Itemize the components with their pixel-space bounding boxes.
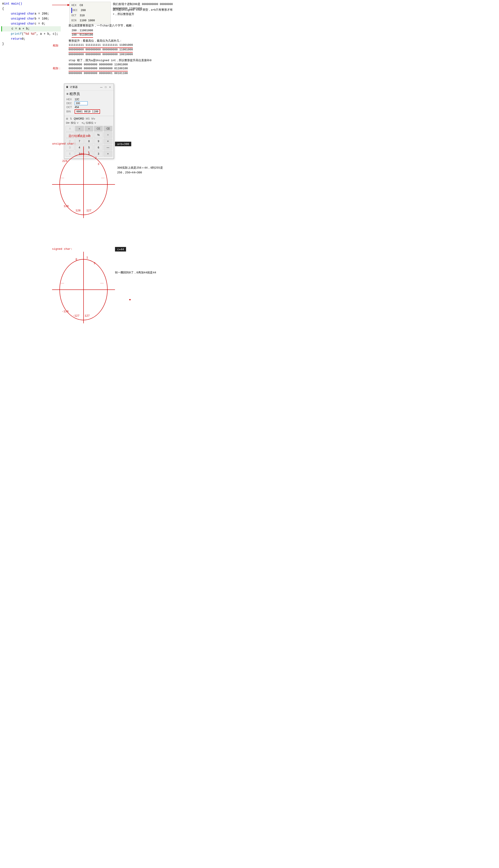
keyword-int: int main() xyxy=(4,1,22,6)
calc-oct-row: OCT 454 xyxy=(66,106,111,109)
code-line-2: { xyxy=(1,6,61,11)
calc-title-text: 计算器 xyxy=(70,85,78,89)
code-line-6: c = a + b; xyxy=(1,26,61,31)
code-line-4: unsigned char b = 100; xyxy=(1,16,61,21)
num-neg126: -126 xyxy=(62,310,69,313)
num-0: 0 xyxy=(75,258,77,261)
binary-result2: 00000000 00000000 00000001 00101100 xyxy=(69,71,128,76)
num-128: 128 xyxy=(75,209,81,212)
code-section: ⊟ int main() { unsigned char a = 200; un… xyxy=(0,0,61,48)
oct-row: OCT 310 xyxy=(71,13,109,18)
explain-e3: 那么就需要整形提升，一个char是八个字节，截断： xyxy=(69,23,175,28)
calc-btn-divide[interactable]: ÷ xyxy=(104,132,112,138)
calc-btn-row-1: A « » CE ⌫ xyxy=(65,126,112,132)
hex-row: HEX C8 xyxy=(71,3,109,8)
calc-qword-row: ⊞ ⇅ QWORD MS M∨ xyxy=(64,117,114,121)
signed-char-badge: c=44 xyxy=(115,247,126,252)
num-2-signed: 2 xyxy=(94,262,96,265)
brace-open: { xyxy=(2,6,4,11)
calc-display: HEX 12C DEC 300 OCT 454 BIN 0001 0010 11… xyxy=(64,97,114,115)
calc-mode-options: D⊳ 按位 ∨ ≺¿ 位移位 ∨ xyxy=(64,121,114,125)
num-1-signed: 1 xyxy=(86,256,88,259)
binary-b2: 00000000 00000000 00000000 01100100 xyxy=(69,66,128,71)
calc-bin-value: 0001 0010 1100 xyxy=(75,109,100,114)
num-neg127: -127 xyxy=(73,314,80,317)
calc-mode-label: ≡ 程序员 xyxy=(66,92,80,96)
calc-title-buttons[interactable]: — □ × xyxy=(99,85,112,89)
num-127: 127 xyxy=(86,209,92,212)
num-127-signed: 127 xyxy=(85,314,89,317)
explain-e2: 因为是unsigned char类型，a+b只有整形才有+，所以整形提升 xyxy=(113,8,176,16)
code-line-9: } xyxy=(1,41,61,47)
signed-char-diagram: signed char: c=44 0 1 2 …… xyxy=(0,245,178,328)
xiangjia-label2: 相加： xyxy=(53,66,61,71)
calc-btn-rshift[interactable]: » xyxy=(85,126,94,132)
annotation-box: HEX C8 DEC 200 OCT 310 BIN 1100 1000 xyxy=(70,2,111,24)
calc-mode: ≡ 程序员 xyxy=(64,90,114,97)
calc-maximize-btn[interactable]: □ xyxy=(104,85,108,89)
red-dot xyxy=(129,299,131,300)
dots-right: …… xyxy=(101,176,105,179)
calc-separator xyxy=(64,116,114,116)
result-text: 运行结果就是300 xyxy=(69,134,90,138)
calc-btn-backspace[interactable]: ⌫ xyxy=(104,126,112,132)
calc-close-btn[interactable]: × xyxy=(108,85,112,89)
circle2-explain: 转一圈回到0了，0再加44就是44 xyxy=(115,270,169,275)
calc-hex-row: HEX 12C xyxy=(66,98,111,101)
dots-right-signed: …… xyxy=(100,281,104,284)
arrow-to-box xyxy=(52,2,72,8)
signed-char-svg xyxy=(52,252,115,323)
num-255: 255 xyxy=(79,152,84,156)
code-line-1: ⊟ int main() xyxy=(1,1,61,6)
num-2: 2 xyxy=(95,157,97,160)
calc-minimize-btn[interactable]: — xyxy=(99,85,103,89)
calc-btn-lshift[interactable]: « xyxy=(75,126,84,132)
num-3: 3 xyxy=(98,162,99,166)
calc-btn-A[interactable]: A xyxy=(65,126,74,132)
calc-icon: 🖩 xyxy=(66,86,69,88)
code-line-3: unsigned char a = 200; xyxy=(1,11,61,16)
num-129: 129 xyxy=(63,205,69,208)
explain-100: 100：01100100 xyxy=(72,33,93,38)
unsigned-char-label: unsigned char: xyxy=(52,142,76,145)
num-224: 224 xyxy=(62,159,67,163)
dec-row: DEC 200 xyxy=(71,8,109,13)
circle1-explain: 300实际上就是256＋44，0到255是256，256+44=300 xyxy=(117,166,171,175)
binary-b1: 000000000 000000000 000000000 11001000 xyxy=(69,47,133,52)
xiangjia-label: 相加 xyxy=(53,44,58,48)
num-1: 1 xyxy=(88,151,89,154)
code-line-5: unsigned char c = 0; xyxy=(1,21,61,26)
dots-left-signed: …… xyxy=(61,281,64,284)
calc-bin-row: BIN 0001 0010 1100 xyxy=(66,109,111,114)
dots-left: …… xyxy=(61,176,64,179)
bin-row: BIN 1100 1000 xyxy=(71,18,109,23)
calc-dec-row: DEC 300 xyxy=(66,101,111,106)
unsigned-char-badge: a+b=300 xyxy=(115,142,131,146)
code-line-7: printf ( "%d %d" , a + b, c); xyxy=(1,32,61,36)
calc-btn-CE[interactable]: CE xyxy=(94,126,103,132)
code-line-8: return 0; xyxy=(1,36,61,41)
calc-titlebar: 🖩 计算器 — □ × xyxy=(64,84,114,90)
binary-result1: 000000000 000000000 000000000 10010000 xyxy=(69,52,133,57)
unsigned-char-svg xyxy=(52,146,115,218)
signed-char-label: signed char: xyxy=(52,247,72,250)
unsigned-char-diagram: unsigned char: a+b=300 255 1 2 xyxy=(0,140,178,222)
calc-btn-percent[interactable]: % xyxy=(94,132,103,138)
calc-title-left: 🖩 计算器 xyxy=(66,85,78,89)
